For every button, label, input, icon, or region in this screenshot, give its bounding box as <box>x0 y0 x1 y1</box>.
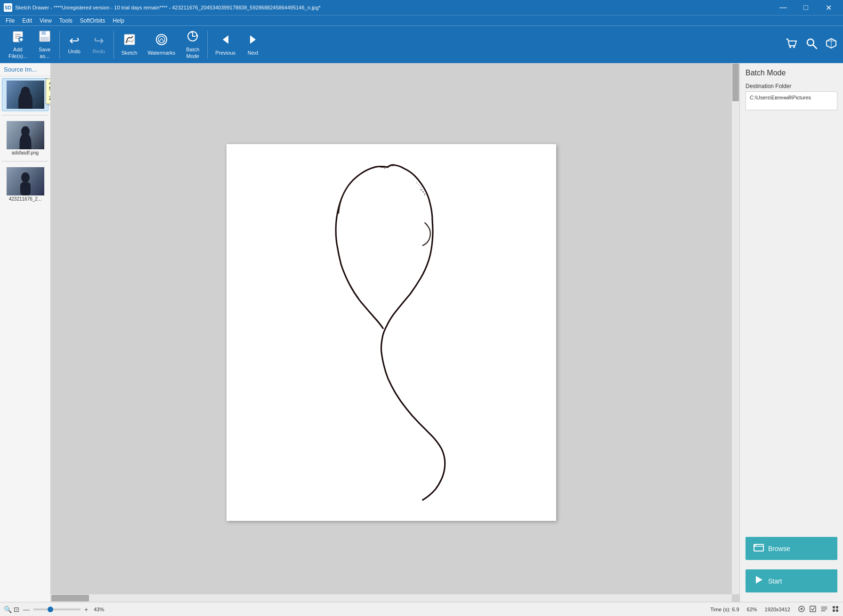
close-button[interactable]: ✕ <box>818 0 839 15</box>
svg-point-31 <box>21 172 30 183</box>
search-icon[interactable] <box>803 35 819 54</box>
right-panel: Batch Mode Destination Folder C:\Users\Е… <box>739 63 843 602</box>
svg-rect-3 <box>15 38 19 39</box>
source-panel-items: 423211676_2045340399178838_5928688245864… <box>0 76 50 205</box>
status-bar: 🔍 ⊡ — + 43% Time (s): 6.9 62% 1920x3412 <box>0 602 843 616</box>
status-icon-1[interactable] <box>798 605 805 614</box>
sketch-svg <box>227 144 556 521</box>
browse-button[interactable]: Browse <box>746 537 837 560</box>
svg-point-28 <box>21 126 30 137</box>
destination-folder-path[interactable]: C:\Users\Евгений\Pictures <box>746 91 837 110</box>
svg-point-13 <box>158 36 165 43</box>
scrollbar-thumb-vertical[interactable] <box>732 64 739 101</box>
svg-marker-16 <box>250 35 256 44</box>
source-divider-2 <box>2 161 49 162</box>
source-panel: Source Im... <box>0 63 51 602</box>
source-panel-header: Source Im... <box>0 63 50 76</box>
next-button[interactable]: Next <box>241 29 265 61</box>
redo-icon: ↪ <box>94 34 104 47</box>
app-icon: SD <box>4 3 12 12</box>
menu-softorbits[interactable]: SoftOrbits <box>76 16 109 25</box>
undo-label: Undo <box>68 49 81 55</box>
zoom-slider[interactable] <box>33 608 81 610</box>
toolbar-sep-1 <box>59 31 60 59</box>
batch-mode-icon <box>186 30 199 45</box>
source-item-3[interactable]: 423211676_2... <box>2 165 49 203</box>
svg-point-25 <box>21 87 30 98</box>
svg-rect-1 <box>15 34 21 35</box>
watermarks-button[interactable]: Watermarks <box>143 29 180 61</box>
zoom-minus-button[interactable]: — <box>21 606 32 613</box>
zoom-fit-icon[interactable]: 🔍 <box>4 606 12 613</box>
start-label: Start <box>768 577 782 585</box>
svg-rect-27 <box>7 121 44 149</box>
scrollbar-thumb-horizontal[interactable] <box>51 595 89 601</box>
status-bar-left: 🔍 ⊡ — + 43% <box>4 606 104 613</box>
previous-label: Previous <box>215 50 235 56</box>
svg-rect-29 <box>20 136 31 149</box>
status-icon-2[interactable] <box>809 605 817 614</box>
source-filename-2: adsfasdf.png <box>12 150 39 155</box>
source-divider-1 <box>2 115 49 115</box>
start-button[interactable]: Start <box>746 569 837 592</box>
cart-icon[interactable] <box>784 35 800 54</box>
toolbar-sep-3 <box>207 31 208 59</box>
status-icon-3[interactable] <box>820 605 828 614</box>
svg-rect-41 <box>833 609 835 612</box>
menu-tools[interactable]: Tools <box>56 16 76 25</box>
app-icon-text: SD <box>5 5 11 10</box>
save-as-icon <box>38 30 51 45</box>
undo-button[interactable]: ↩ Undo <box>63 29 86 61</box>
sketch-icon <box>123 33 136 48</box>
title-bar: SD Sketch Drawer - ****Unregistered vers… <box>0 0 843 15</box>
source-item-2[interactable]: adsfasdf.png <box>2 119 49 157</box>
canvas-area <box>51 63 739 602</box>
minimize-button[interactable]: — <box>772 0 794 15</box>
title-bar-controls: — □ ✕ <box>772 0 839 15</box>
menu-view[interactable]: View <box>36 16 56 25</box>
batch-mode-title: Batch Mode <box>746 69 837 77</box>
watermarks-label: Watermarks <box>147 50 175 56</box>
zoom-plus-button[interactable]: + <box>82 606 90 613</box>
dimensions-display: 1920x3412 <box>765 607 790 612</box>
destination-folder-label: Destination Folder <box>746 83 837 89</box>
menu-file[interactable]: File <box>2 16 18 25</box>
svg-rect-2 <box>15 36 21 37</box>
cube-icon[interactable] <box>823 35 839 54</box>
svg-rect-9 <box>41 37 49 41</box>
quality-display: 62% <box>747 607 757 612</box>
menu-help[interactable]: Help <box>109 16 128 25</box>
right-panel-spacer <box>746 116 837 531</box>
save-as-button[interactable]: Saveas... <box>33 29 57 61</box>
scrollbar-horizontal[interactable] <box>51 594 732 602</box>
thumb-2 <box>7 121 44 149</box>
redo-button[interactable]: ↪ Redo <box>87 29 111 61</box>
sketch-label: Sketch <box>122 50 138 56</box>
thumb-3 <box>7 167 44 195</box>
batch-mode-button[interactable]: BatchMode <box>181 29 204 61</box>
svg-marker-34 <box>756 576 762 584</box>
status-bar-icons <box>798 605 839 614</box>
sketch-button[interactable]: Sketch <box>117 29 142 61</box>
redo-label: Redo <box>93 49 105 55</box>
status-icon-4[interactable] <box>832 605 839 614</box>
maximize-button[interactable]: □ <box>795 0 817 15</box>
source-item-1[interactable]: 423211676_2045340399178838_5928688245864… <box>2 78 49 111</box>
add-files-icon <box>11 30 24 45</box>
source-filename-3: 423211676_2... <box>9 196 42 202</box>
zoom-actual-icon[interactable]: ⊡ <box>14 606 19 613</box>
canvas-white <box>227 144 556 521</box>
start-icon <box>753 574 764 588</box>
scrollbar-vertical[interactable] <box>732 63 739 594</box>
browse-label: Browse <box>768 545 790 552</box>
menu-edit[interactable]: Edit <box>18 16 36 25</box>
window-title: Sketch Drawer - ****Unregistered version… <box>15 5 321 10</box>
tooltip-1: 423211676_2045340399178838_5928688245864… <box>46 79 50 104</box>
previous-button[interactable]: Previous <box>211 29 240 61</box>
add-files-button[interactable]: AddFile(s)... <box>4 29 32 61</box>
menu-bar: File Edit View Tools SoftOrbits Help <box>0 15 843 25</box>
zoom-value: 43% <box>94 607 104 612</box>
previous-icon <box>219 33 232 48</box>
svg-point-18 <box>793 46 795 48</box>
zoom-slider-thumb[interactable] <box>48 607 53 612</box>
